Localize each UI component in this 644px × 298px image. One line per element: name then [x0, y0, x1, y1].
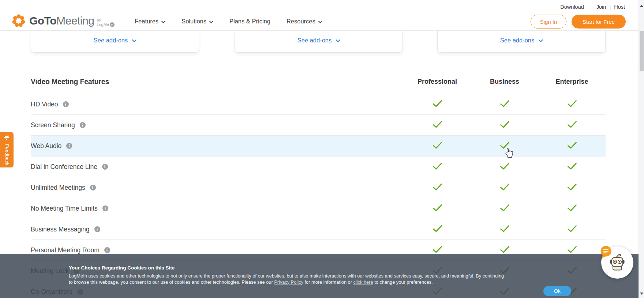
table-row: Unlimited Meetings [31, 177, 606, 198]
gotomeeting-logo[interactable]: GoToMeeting by LogMein [11, 13, 115, 30]
check-cell [404, 121, 471, 130]
table-row: Screen Sharing [31, 115, 606, 136]
click-here-link[interactable]: click here [353, 279, 373, 285]
utility-links: Download Join | Host [560, 4, 625, 10]
info-icon[interactable] [63, 101, 69, 107]
cookie-banner-text: LogMeIn uses cookies and other technolog… [69, 273, 508, 285]
plan-card-enterprise: See add-ons [437, 31, 606, 53]
plan-card-business: See add-ons [235, 31, 403, 53]
sign-in-button[interactable]: Sign In [531, 15, 566, 29]
download-link[interactable]: Download [560, 4, 584, 10]
logo-wordmark: GoToMeeting [29, 13, 94, 29]
check-cell [404, 142, 471, 151]
chevron-down-icon [209, 18, 213, 25]
feature-label: Screen Sharing [31, 121, 75, 129]
table-header-row: Video Meeting Features Professional Busi… [31, 78, 606, 86]
top-navigation: Download Join | Host GoToMeeting by LogM… [0, 0, 644, 31]
check-cell [471, 100, 538, 109]
see-addons-link[interactable]: See add-ons [94, 37, 136, 44]
table-row: HD Video [31, 94, 606, 115]
feature-label: No Meeting Time Limits [31, 205, 98, 212]
feedback-tab[interactable]: Feedback [0, 132, 14, 167]
info-icon[interactable] [102, 205, 108, 211]
check-cell [404, 100, 471, 109]
check-cell [471, 121, 538, 130]
check-cell [538, 225, 606, 234]
table-row-hovered: Web Audio [31, 136, 606, 156]
divider: | [609, 4, 611, 10]
logmein-badge: in [110, 22, 115, 27]
see-addons-link[interactable]: See add-ons [500, 37, 543, 44]
checkmark-icon [567, 162, 577, 171]
start-for-free-button[interactable]: Start for Free [572, 15, 626, 29]
check-cell [471, 204, 538, 213]
checkmark-icon [567, 204, 577, 213]
check-cell [404, 246, 471, 255]
check-cell [404, 162, 471, 171]
cookie-consent-banner: Your Choices Regarding Cookies on this S… [0, 254, 644, 298]
info-icon[interactable] [80, 122, 86, 128]
checkmark-icon [567, 142, 577, 151]
feedback-label: Feedback [4, 144, 10, 166]
checkmark-icon [500, 204, 510, 213]
checkmark-icon [567, 183, 577, 192]
check-cell [538, 121, 606, 130]
join-link[interactable]: Join [596, 4, 606, 10]
checkmark-icon [433, 162, 442, 171]
main-nav: Features Solutions Plans & Pricing Resou… [135, 18, 322, 25]
check-cell [538, 162, 606, 171]
column-header-business: Business [471, 78, 538, 86]
checkmark-icon [433, 142, 442, 151]
info-icon[interactable] [66, 143, 72, 149]
host-link[interactable]: Host [614, 4, 625, 10]
check-cell [471, 225, 538, 234]
checkmark-icon [433, 183, 442, 192]
plan-card-professional: See add-ons [31, 31, 199, 53]
feature-label: Dial in Conference Line [31, 163, 97, 171]
cookie-ok-button[interactable]: Ok [543, 286, 571, 296]
checkmark-icon [500, 100, 510, 109]
info-icon[interactable] [104, 247, 110, 253]
nav-item-plans-pricing[interactable]: Plans & Pricing [229, 18, 270, 25]
checkmark-icon [500, 246, 510, 255]
checkmark-icon [433, 204, 442, 213]
scroll-down-arrow[interactable] [640, 290, 643, 296]
privacy-policy-link[interactable]: Privacy Policy [274, 279, 303, 285]
info-icon[interactable] [102, 164, 108, 170]
check-cell [404, 225, 471, 234]
check-cell [538, 204, 606, 213]
check-cell [538, 142, 606, 151]
info-icon[interactable] [90, 185, 96, 191]
section-title: Video Meeting Features [31, 78, 404, 86]
scrollbar-thumb[interactable] [640, 31, 644, 71]
table-row: No Meeting Time Limits [31, 198, 606, 219]
chevron-down-icon [318, 18, 322, 25]
check-cell [471, 142, 538, 151]
check-cell [538, 246, 606, 255]
chat-bubble-icon[interactable] [599, 246, 613, 261]
check-cell [538, 183, 606, 192]
check-cell [471, 246, 538, 255]
feature-label: HD Video [31, 101, 58, 108]
nav-item-solutions[interactable]: Solutions [181, 18, 213, 25]
nav-item-features[interactable]: Features [135, 18, 165, 25]
megaphone-icon [3, 135, 11, 143]
chevron-down-icon [161, 18, 165, 25]
chevron-down-icon [132, 37, 136, 44]
see-addons-link[interactable]: See add-ons [297, 37, 340, 44]
column-header-enterprise: Enterprise [538, 78, 606, 86]
feature-label: Unlimited Meetings [31, 184, 85, 192]
feature-label: Personal Meeting Room [31, 246, 100, 254]
cookie-banner-title: Your Choices Regarding Cookies on this S… [69, 265, 508, 271]
scroll-up-arrow[interactable] [640, 2, 643, 8]
checkmark-icon [567, 100, 577, 109]
table-row: Dial in Conference Line [31, 156, 606, 177]
check-cell [471, 183, 538, 192]
checkmark-icon [433, 225, 442, 234]
chevron-down-icon [538, 37, 543, 44]
info-icon[interactable] [94, 226, 100, 232]
checkmark-icon [433, 246, 442, 255]
checkmark-icon [433, 100, 442, 109]
browser-scrollbar[interactable] [639, 0, 644, 298]
nav-item-resources[interactable]: Resources [287, 18, 322, 25]
